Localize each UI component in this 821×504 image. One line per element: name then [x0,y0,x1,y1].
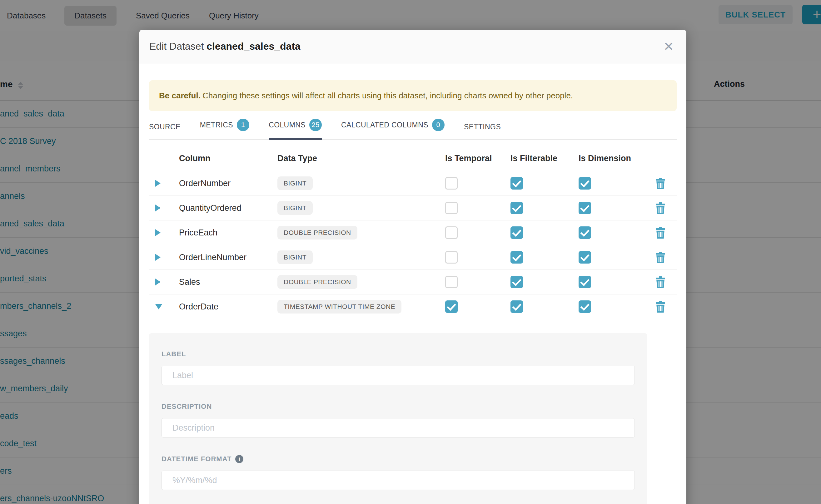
tab-label: COLUMNS [269,121,305,129]
is-filterable-checkbox[interactable] [511,300,523,313]
tab-label: SOURCE [149,123,180,131]
is-dimension-checkbox[interactable] [579,300,591,313]
column-name: PriceEach [179,228,277,238]
datetime-format-field-group: DATETIME FORMAT i [161,455,635,490]
tab-calculated-columns[interactable]: CALCULATED COLUMNS0 [341,119,445,139]
delete-column-icon[interactable] [655,178,666,189]
is-temporal-checkbox[interactable] [445,251,458,264]
column-detail-panel: LABEL DESCRIPTION DATETIME FORMAT i [149,333,647,504]
modal-title-dataset-name: cleaned_sales_data [206,41,300,52]
data-type-pill: BIGINT [277,201,313,215]
delete-column-icon[interactable] [655,276,666,288]
modal-title: Edit Dataset cleaned_sales_data [149,41,300,52]
data-type-pill: DOUBLE PRECISION [277,226,357,240]
info-icon[interactable]: i [235,455,243,463]
data-type-pill: DOUBLE PRECISION [277,275,357,289]
column-name: OrderNumber [179,179,277,188]
tab-settings[interactable]: SETTINGS [464,123,501,139]
columns-table-header: Column Data Type Is Temporal Is Filterab… [149,149,677,171]
is-dimension-checkbox[interactable] [579,226,591,239]
delete-column-icon[interactable] [655,252,666,263]
is-temporal-checkbox[interactable] [445,202,458,214]
tab-label: METRICS [200,121,233,129]
is-filterable-checkbox[interactable] [511,177,523,190]
column-row: QuantityOrdered BIGINT [149,196,677,220]
label-field-label: LABEL [161,350,635,358]
column-row: OrderDate TIMESTAMP WITHOUT TIME ZONE [149,294,677,319]
label-input[interactable] [161,366,635,385]
modal-header: Edit Dataset cleaned_sales_data ✕ [139,30,686,63]
data-type-pill: BIGINT [277,250,313,264]
close-icon[interactable]: ✕ [663,40,674,53]
collapse-caret-icon[interactable] [155,304,162,309]
expand-caret-icon[interactable] [155,279,161,285]
label-field-group: LABEL [161,350,635,385]
column-name: OrderDate [179,302,277,312]
column-row: OrderNumber BIGINT [149,171,677,196]
tab-source[interactable]: SOURCE [149,123,180,139]
modal-body: Be careful.Changing these settings will … [139,80,686,504]
is-dimension-checkbox[interactable] [579,177,591,190]
column-row: PriceEach DOUBLE PRECISION [149,220,677,245]
is-temporal-checkbox[interactable] [445,276,458,288]
data-type-pill: BIGINT [277,176,313,190]
tab-label: CALCULATED COLUMNS [341,121,428,129]
column-row: Sales DOUBLE PRECISION [149,270,677,294]
header-is-filterable: Is Filterable [511,154,579,163]
expand-caret-icon[interactable] [155,254,161,261]
expand-caret-icon[interactable] [155,229,161,236]
is-dimension-checkbox[interactable] [579,251,591,264]
data-type-pill: TIMESTAMP WITHOUT TIME ZONE [277,300,401,314]
column-name: QuantityOrdered [179,203,277,213]
tab-metrics[interactable]: METRICS1 [200,119,249,139]
header-data-type: Data Type [277,154,445,163]
modal-title-prefix: Edit Dataset [149,41,204,52]
is-dimension-checkbox[interactable] [579,276,591,288]
description-field-label: DESCRIPTION [161,403,635,411]
expand-caret-icon[interactable] [155,205,161,211]
warning-message: Changing these settings will affect all … [202,91,573,100]
delete-column-icon[interactable] [655,301,666,313]
delete-column-icon[interactable] [655,227,666,239]
tab-badge: 25 [309,119,322,131]
tab-badge: 1 [237,119,249,131]
is-filterable-checkbox[interactable] [511,251,523,264]
modal-tabs: SOURCE METRICS1 COLUMNS25 CALCULATED COL… [149,119,677,140]
header-is-dimension: Is Dimension [579,154,655,163]
description-input[interactable] [161,418,635,437]
screen: Databases Datasets Saved Queries Query H… [0,0,821,504]
header-is-temporal: Is Temporal [445,154,511,163]
tab-badge: 0 [432,119,445,131]
is-filterable-checkbox[interactable] [511,276,523,288]
warning-title: Be careful. [159,91,200,100]
description-field-group: DESCRIPTION [161,403,635,437]
edit-dataset-modal: Edit Dataset cleaned_sales_data ✕ Be car… [139,30,686,504]
datetime-format-label: DATETIME FORMAT [161,455,231,463]
tab-columns[interactable]: COLUMNS25 [269,119,322,139]
is-temporal-checkbox[interactable] [445,300,458,313]
warning-banner: Be careful.Changing these settings will … [149,80,677,111]
delete-column-icon[interactable] [655,202,666,214]
expand-caret-icon[interactable] [155,180,161,187]
is-temporal-checkbox[interactable] [445,226,458,239]
tab-label: SETTINGS [464,123,501,131]
is-dimension-checkbox[interactable] [579,202,591,214]
columns-table: Column Data Type Is Temporal Is Filterab… [149,149,677,319]
column-name: OrderLineNumber [179,253,277,262]
is-temporal-checkbox[interactable] [445,177,458,190]
column-row: OrderLineNumber BIGINT [149,245,677,270]
datetime-format-input[interactable] [161,471,635,490]
is-filterable-checkbox[interactable] [511,226,523,239]
is-filterable-checkbox[interactable] [511,202,523,214]
header-column: Column [179,154,277,163]
column-name: Sales [179,277,277,287]
